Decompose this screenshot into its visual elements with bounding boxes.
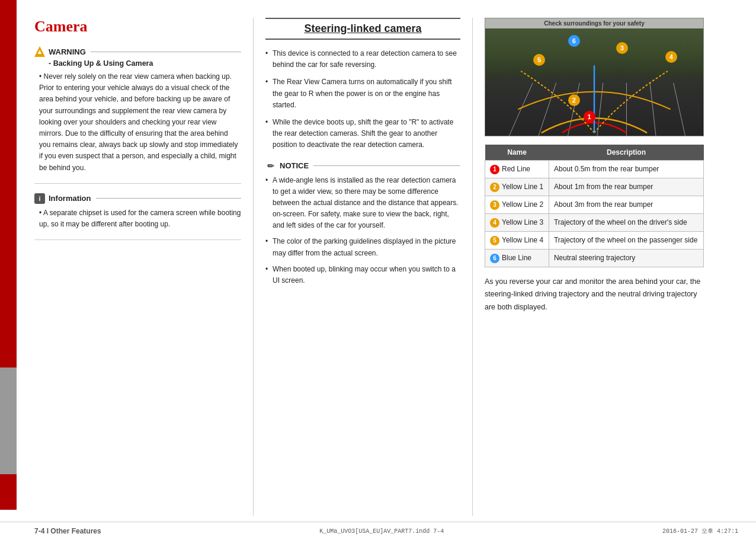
notice-bullet-3: When booted up, blinking may occur when …: [265, 264, 460, 286]
badge-6: 6: [568, 35, 580, 47]
info-header: i Information: [34, 193, 241, 204]
badge-1: 1: [584, 111, 595, 123]
notice-box: ✏ NOTICE A wide-angle lens is installed …: [265, 161, 460, 287]
warning-divider: [91, 52, 241, 52]
table-badge-6: 6: [490, 254, 499, 263]
warning-box: ▲ WARNING - Backing Up & Using Camera Ne…: [34, 46, 241, 174]
section-divider-1: [34, 183, 241, 184]
notice-bullet-1: A wide-angle lens is installed as the re…: [265, 175, 460, 232]
warning-subtitle: - Backing Up & Using Camera: [49, 59, 241, 68]
table-cell-name: 2Yellow Line 1: [485, 178, 549, 196]
section-divider-2: [34, 239, 241, 240]
info-icon: i: [34, 193, 45, 204]
table-row: 4Yellow Line 3Trajectory of the wheel on…: [485, 214, 704, 232]
left-column: Camera ▲ WARNING - Backing Up & Using Ca…: [34, 18, 254, 516]
table-cell-desc: About 3m from the rear bumper: [549, 196, 703, 214]
info-title: Information: [49, 194, 91, 203]
footer-right: 2016-01-27 오후 4:27:1: [662, 527, 738, 535]
table-header-name: Name: [485, 145, 549, 161]
table-cell-desc: Trajectory of the wheel on the driver's …: [549, 214, 703, 232]
notice-bullet-2: The color of the parking guidelines disp…: [265, 236, 460, 258]
table-badge-5: 5: [490, 236, 499, 245]
camera-table: Name Description 1Red LineAbout 0.5m fro…: [485, 145, 704, 267]
table-badge-2: 2: [490, 183, 499, 192]
steering-bullet-1: This device is connected to a rear detec…: [265, 48, 460, 71]
table-cell-desc: About 0.5m from the rear bumper: [549, 161, 703, 178]
footer-left: 7-4 I Other Features: [34, 527, 101, 535]
table-row: 6Blue LineNeutral steering trajectory: [485, 250, 704, 267]
steering-bullets: This device is connected to a rear detec…: [265, 48, 460, 151]
right-column: Check surroundings for your safety: [473, 18, 704, 516]
footer: 7-4 I Other Features K_UMa_UVO3[USA_EU]A…: [0, 522, 756, 540]
table-cell-name: 4Yellow Line 3: [485, 214, 549, 232]
info-divider: [96, 198, 242, 199]
info-text: A separate chipset is used for the camer…: [39, 207, 241, 230]
steering-bullet-2: The Rear View Camera turns on automatica…: [265, 76, 460, 111]
table-cell-name: 3Yellow Line 2: [485, 196, 549, 214]
table-header-desc: Description: [549, 145, 703, 161]
steering-bullet-3: While the device boots up, shift the gea…: [265, 117, 460, 151]
table-badge-3: 3: [490, 200, 499, 210]
table-cell-name: 5Yellow Line 4: [485, 232, 549, 250]
table-row: 1Red LineAbout 0.5m from the rear bumper: [485, 161, 704, 178]
main-content: Camera ▲ WARNING - Backing Up & Using Ca…: [17, 0, 756, 522]
badge-4: 4: [665, 51, 677, 63]
camera-image: Check surroundings for your safety: [485, 18, 704, 136]
notice-icon: ✏: [265, 161, 276, 171]
table-row: 3Yellow Line 2About 3m from the rear bum…: [485, 196, 704, 214]
table-cell-name: 1Red Line: [485, 161, 549, 178]
gray-sidebar: [0, 368, 17, 474]
notice-divider: [313, 165, 460, 166]
table-cell-desc: Trajectory of the wheel on the passenger…: [549, 232, 703, 250]
badge-3: 3: [616, 42, 628, 54]
notice-text: A wide-angle lens is installed as the re…: [265, 175, 460, 287]
warning-title: WARNING: [49, 47, 86, 56]
page-container: Camera ▲ WARNING - Backing Up & Using Ca…: [0, 0, 756, 540]
table-badge-1: 1: [490, 165, 499, 174]
table-cell-name: 6Blue Line: [485, 250, 549, 267]
warning-icon: ▲: [34, 46, 45, 57]
notice-header: ✏ NOTICE: [265, 161, 460, 171]
badge-5: 5: [533, 54, 545, 66]
warning-header: ▲ WARNING: [34, 46, 241, 57]
camera-image-inner: Check surroundings for your safety: [485, 18, 703, 136]
page-title: Camera: [34, 18, 241, 36]
table-row: 2Yellow Line 1About 1m from the rear bum…: [485, 178, 704, 196]
warning-text: Never rely solely on the rear view camer…: [39, 71, 241, 174]
badge-2: 2: [568, 94, 580, 106]
info-box: i Information A separate chipset is used…: [34, 193, 241, 230]
middle-column: Steering-linked camera This device is co…: [254, 18, 473, 516]
table-row: 5Yellow Line 4Trajectory of the wheel on…: [485, 232, 704, 250]
summary-text: As you reverse your car and monitor the …: [485, 276, 704, 314]
table-badge-4: 4: [490, 218, 499, 228]
footer-center: K_UMa_UVO3[USA_EU]AV_PART7.indd 7-4: [319, 528, 444, 535]
table-cell-desc: About 1m from the rear bumper: [549, 178, 703, 196]
table-cell-desc: Neutral steering trajectory: [549, 250, 703, 267]
notice-title: NOTICE: [280, 161, 309, 170]
steering-title: Steering-linked camera: [265, 18, 460, 40]
